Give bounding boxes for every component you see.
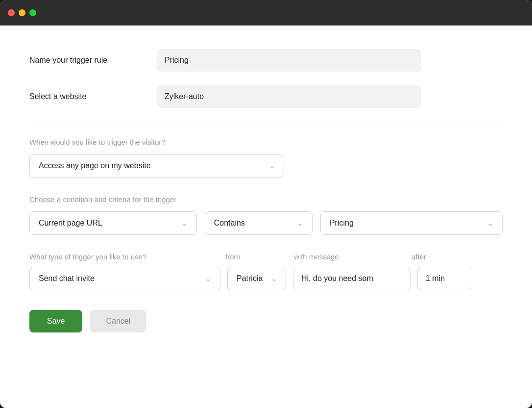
save-button[interactable]: Save [29,310,82,332]
condition-url-dropdown[interactable]: Current page URL ⌄ [29,211,197,235]
website-label: Select a website [29,92,157,101]
cancel-button[interactable]: Cancel [90,310,146,332]
trigger-message-input[interactable] [293,267,411,290]
trigger-type-value: Access any page on my website [39,161,151,170]
website-input[interactable] [157,85,421,108]
trigger-type-labels-row: What type of trigger you like to use? fr… [29,253,503,261]
condition-contains-value: Contains [214,219,245,228]
trigger-after-label: after [411,253,426,261]
name-trigger-label: Name your trigger rule [29,56,157,65]
chevron-down-icon-contains: ⌄ [297,219,303,227]
trigger-type-value2: Send chat invite [39,274,95,283]
condition-value-text: Pricing [330,219,354,228]
name-trigger-row: Name your trigger rule [29,49,503,72]
chevron-down-icon: ⌄ [269,162,275,170]
name-trigger-input[interactable] [157,49,421,72]
trigger-controls-row: Send chat invite ⌄ Patricia ⌄ [29,267,503,290]
condition-url-value: Current page URL [39,219,102,228]
chevron-down-icon-value: ⌄ [487,219,493,227]
trigger-from-value: Patricia [237,274,263,283]
traffic-lights [8,9,36,16]
titlebar [0,0,532,26]
trigger-type-dropdown2[interactable]: Send chat invite ⌄ [29,267,220,290]
minimize-button[interactable] [19,9,25,16]
condition-contains-dropdown[interactable]: Contains ⌄ [205,211,313,235]
chevron-down-icon-from: ⌄ [271,275,277,282]
chevron-down-icon-url: ⌄ [182,219,188,227]
app-window: Name your trigger rule Select a website … [0,0,532,408]
trigger-question-label: When would you like to trigger the visit… [29,138,503,146]
section-divider [29,122,503,122]
trigger-after-input[interactable] [417,267,471,290]
trigger-type-dropdown[interactable]: Access any page on my website ⌄ [29,154,284,178]
trigger-type-section: What type of trigger you like to use? fr… [29,253,503,290]
trigger-type-label: What type of trigger you like to use? [29,253,225,261]
website-row: Select a website [29,85,503,108]
condition-label: Choose a condition and criteria for the … [29,195,503,204]
condition-value-dropdown[interactable]: Pricing ⌄ [320,211,503,235]
maximize-button[interactable] [29,9,36,16]
main-content: Name your trigger rule Select a website … [0,26,532,408]
condition-row: Current page URL ⌄ Contains ⌄ Pricing ⌄ [29,211,503,235]
trigger-message-label: with message [294,253,411,261]
trigger-from-label: from [225,253,294,261]
action-row: Save Cancel [29,310,503,332]
trigger-from-dropdown[interactable]: Patricia ⌄ [227,267,286,290]
close-button[interactable] [8,9,15,16]
chevron-down-icon-type: ⌄ [205,275,211,282]
